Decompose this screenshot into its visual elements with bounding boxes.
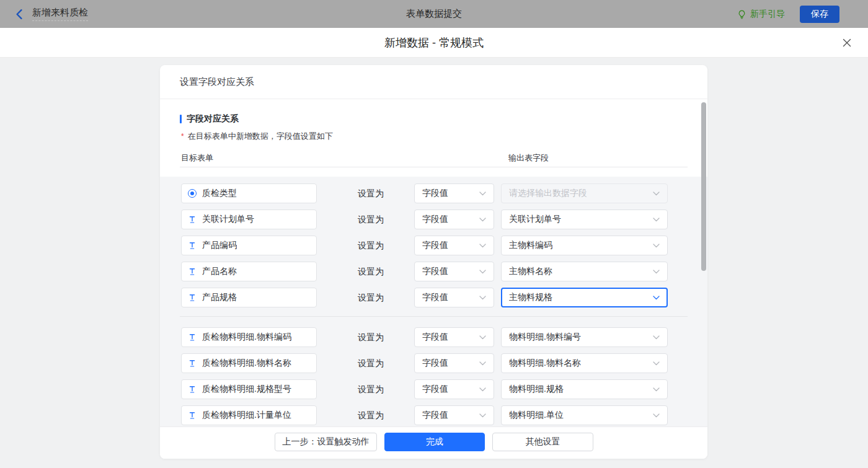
chevron-down-icon xyxy=(479,413,486,418)
output-field-value: 主物料编码 xyxy=(509,240,552,251)
previous-step-button[interactable]: 上一步：设置触发动作 xyxy=(275,433,377,451)
output-field-select[interactable]: 请选择输出数据字段 xyxy=(501,183,668,203)
field-mapping-row: 产品规格 设置为 字段值 主物料规格 xyxy=(181,288,686,307)
output-field-value: 主物料名称 xyxy=(509,266,552,277)
target-field-label: 质检类型 xyxy=(202,188,237,199)
set-as-label: 设置为 xyxy=(358,210,384,229)
operator-select[interactable]: 字段值 xyxy=(414,353,494,373)
output-field-select[interactable]: 物料明细.物料名称 xyxy=(501,353,668,373)
target-field-label: 产品名称 xyxy=(202,266,237,277)
chevron-down-icon xyxy=(479,192,486,196)
required-mark: * xyxy=(181,131,184,142)
set-as-label: 设置为 xyxy=(358,262,384,281)
operator-value: 字段值 xyxy=(422,358,448,369)
output-field-select[interactable]: 主物料编码 xyxy=(501,236,668,255)
operator-select[interactable]: 字段值 xyxy=(414,262,494,281)
text-field-icon xyxy=(188,215,197,224)
operator-value: 字段值 xyxy=(422,214,448,225)
target-field-label: 质检物料明细.物料名称 xyxy=(202,358,291,369)
section-title: 字段对应关系 xyxy=(180,114,239,124)
chevron-down-icon xyxy=(479,296,486,300)
target-field-box: 关联计划单号 xyxy=(181,210,317,229)
chevron-down-icon xyxy=(653,244,660,248)
target-field-label: 质检物料明细.物料编码 xyxy=(202,332,291,343)
operator-select[interactable]: 字段值 xyxy=(414,327,494,347)
section-note: * 在目标表单中新增数据，字段值设置如下 xyxy=(181,131,333,142)
text-field-icon xyxy=(188,411,197,420)
target-field-label: 质检物料明细.计量单位 xyxy=(202,410,291,421)
operator-select[interactable]: 字段值 xyxy=(414,405,494,425)
operator-value: 字段值 xyxy=(422,240,448,251)
chevron-down-icon xyxy=(653,296,660,300)
output-field-select[interactable]: 物料明细.规格 xyxy=(501,379,668,399)
operator-value: 字段值 xyxy=(422,266,448,277)
other-settings-button[interactable]: 其他设置 xyxy=(492,433,593,451)
output-field-value: 关联计划单号 xyxy=(509,214,561,225)
target-field-box: 质检物料明细.物料名称 xyxy=(181,353,317,373)
output-field-select[interactable]: 主物料名称 xyxy=(501,262,668,281)
output-field-value: 主物料规格 xyxy=(509,292,552,303)
chevron-down-icon xyxy=(479,387,486,392)
operator-select[interactable]: 字段值 xyxy=(414,288,494,307)
close-icon xyxy=(842,38,852,48)
target-field-label: 关联计划单号 xyxy=(202,214,254,225)
output-field-select[interactable]: 关联计划单号 xyxy=(501,210,668,229)
card-footer: 上一步：设置触发动作 完成 其他设置 xyxy=(160,426,707,459)
target-field-label: 质检物料明细.规格型号 xyxy=(202,384,291,395)
guide-label: 新手引导 xyxy=(750,9,785,20)
operator-select[interactable]: 字段值 xyxy=(414,210,494,229)
operator-value: 字段值 xyxy=(422,384,448,395)
operator-select[interactable]: 字段值 xyxy=(414,183,494,203)
operator-value: 字段值 xyxy=(422,188,448,199)
target-field-box: 产品编码 xyxy=(181,236,317,255)
output-field-value: 物料明细.物料名称 xyxy=(509,358,581,369)
topbar: 新增来料质检 表单数据提交 新手引导 保存 xyxy=(0,0,868,28)
text-field-icon xyxy=(188,293,197,302)
chevron-down-icon xyxy=(479,218,486,222)
guide-link[interactable]: 新手引导 xyxy=(737,9,785,20)
chevron-down-icon xyxy=(653,361,660,366)
operator-select[interactable]: 字段值 xyxy=(414,236,494,255)
scrollbar-thumb[interactable] xyxy=(701,102,706,271)
output-field-value: 请选择输出数据字段 xyxy=(509,188,587,199)
operator-value: 字段值 xyxy=(422,332,448,343)
column-headers: 目标表单 输出表字段 xyxy=(160,152,707,164)
set-as-label: 设置为 xyxy=(358,183,384,203)
set-as-label: 设置为 xyxy=(358,327,384,347)
chevron-down-icon xyxy=(653,413,660,418)
operator-select[interactable]: 字段值 xyxy=(414,379,494,399)
field-mapping-row: 质检物料明细.物料编码 设置为 字段值 物料明细.物料编号 xyxy=(181,327,686,347)
column-header-target: 目标表单 xyxy=(181,152,213,164)
chevron-down-icon xyxy=(653,192,660,196)
chevron-down-icon xyxy=(479,270,486,274)
output-field-select[interactable]: 物料明细.物料编号 xyxy=(501,327,668,347)
output-field-value: 物料明细.物料编号 xyxy=(509,332,581,343)
column-header-output: 输出表字段 xyxy=(508,152,549,164)
rows-area: 质检类型 设置为 字段值 请选择输出数据字段 关联计划单号 设置为 字段值 关联… xyxy=(160,177,707,426)
field-mapping-row: 质检物料明细.规格型号 设置为 字段值 物料明细.规格 xyxy=(181,379,686,399)
chevron-down-icon xyxy=(653,335,660,340)
field-mapping-row: 质检物料明细.计量单位 设置为 字段值 物料明细.单位 xyxy=(181,405,686,425)
done-button[interactable]: 完成 xyxy=(384,433,485,451)
section-title-label: 字段对应关系 xyxy=(187,113,239,125)
text-field-icon xyxy=(188,241,197,250)
chevron-down-icon xyxy=(653,218,660,222)
set-as-label: 设置为 xyxy=(358,236,384,255)
output-field-select[interactable]: 主物料规格 xyxy=(501,288,668,307)
close-button[interactable] xyxy=(841,37,853,49)
text-field-icon xyxy=(188,333,197,342)
chevron-down-icon xyxy=(479,244,486,248)
set-as-label: 设置为 xyxy=(358,353,384,373)
radio-field-icon xyxy=(188,189,197,198)
operator-value: 字段值 xyxy=(422,410,448,421)
text-field-icon xyxy=(188,385,197,394)
field-mapping-row: 产品名称 设置为 字段值 主物料名称 xyxy=(181,262,686,281)
chevron-down-icon xyxy=(479,361,486,366)
target-field-box: 质检物料明细.规格型号 xyxy=(181,379,317,399)
chevron-down-icon xyxy=(653,387,660,392)
output-field-select[interactable]: 物料明细.单位 xyxy=(501,405,668,425)
field-mapping-row: 产品编码 设置为 字段值 主物料编码 xyxy=(181,236,686,255)
save-button[interactable]: 保存 xyxy=(800,6,839,23)
chevron-down-icon xyxy=(653,270,660,274)
output-field-value: 物料明细.规格 xyxy=(509,384,564,395)
